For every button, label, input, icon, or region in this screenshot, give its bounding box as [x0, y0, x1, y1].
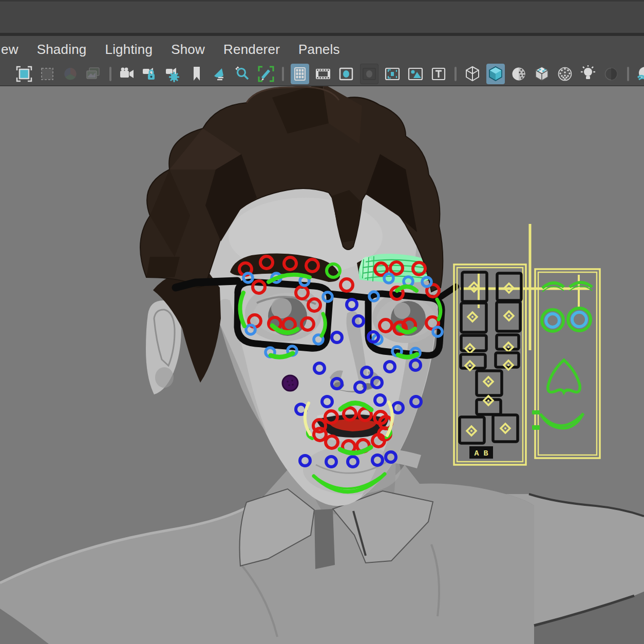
resolution-gate-icon[interactable] [383, 64, 402, 84]
picker-lip-dash[interactable] [532, 425, 540, 430]
viewport-sphere-icon[interactable] [636, 64, 644, 84]
flat-shade-icon[interactable] [509, 64, 528, 84]
rig-arc-green[interactable] [398, 354, 417, 357]
safe-title-icon[interactable] [337, 64, 355, 84]
frame-selected-icon[interactable] [15, 64, 33, 84]
select-camera-icon[interactable] [118, 64, 137, 84]
rig-disc-dot [288, 384, 290, 386]
picker-handle-dot [487, 381, 489, 383]
wireframe-icon[interactable] [463, 64, 482, 84]
left-eye-highlight [271, 298, 292, 318]
text-hud-icon[interactable] [429, 64, 448, 84]
toolbar-separator [454, 67, 457, 81]
picker-handle-dot [504, 427, 506, 429]
frame-all-icon[interactable] [38, 64, 56, 84]
bookmark-icon[interactable] [187, 64, 206, 84]
textured-icon[interactable] [533, 64, 551, 84]
ear-lobe-shadow [155, 367, 174, 388]
wireframe-on-shaded-icon[interactable] [556, 64, 574, 84]
rig-disc-body [282, 375, 298, 391]
panel-toolbar [0, 63, 644, 86]
picker-handle-dot [507, 364, 509, 366]
brow-control-cap [360, 257, 373, 279]
maya-window: { "menu_bar": { "items": [ {"label": "ew… [0, 0, 644, 644]
picker-glyphs: A B [474, 449, 488, 458]
window-top-strip [0, 0, 644, 34]
picker-handle-dot [508, 287, 510, 289]
picker-handle-dot [473, 286, 475, 288]
picker-handle-dot [471, 316, 473, 318]
pan-zoom-icon[interactable] [234, 64, 252, 84]
picker-handle-dot [470, 430, 472, 432]
tool-partial-icon[interactable] [0, 64, 10, 84]
menu-item-shading[interactable]: Shading [37, 42, 87, 58]
rig-disc-dot [287, 381, 289, 383]
grid-icon[interactable] [291, 64, 309, 84]
rig-disc-dot [292, 384, 294, 386]
menu-bar: ewShadingLightingShowRendererPanels [0, 36, 644, 63]
menu-item-lighting[interactable]: Lighting [105, 42, 153, 58]
lock-camera-icon[interactable] [141, 64, 160, 84]
right-eye-highlight [394, 302, 410, 319]
picker-handle-dot [469, 348, 471, 350]
rig-disc-purple[interactable] [282, 375, 298, 391]
menu-item-ew[interactable]: ew [1, 42, 18, 58]
color-wheel-icon[interactable] [61, 64, 80, 84]
shadows-icon[interactable] [602, 64, 620, 84]
isolate-select-icon[interactable] [211, 64, 229, 84]
image-plane-icon[interactable] [406, 64, 425, 84]
menu-item-show[interactable]: Show [171, 42, 205, 58]
viewport-3d[interactable]: A B [0, 86, 644, 644]
grease-pencil-icon[interactable] [257, 64, 275, 84]
toolbar-separator [282, 67, 284, 81]
toolbar-separator [109, 67, 111, 81]
picker-handle-dot [487, 400, 489, 402]
default-lighting-icon[interactable] [579, 64, 597, 84]
picker-handle-dot [469, 365, 471, 367]
toolbar-separator [627, 67, 629, 81]
menu-item-renderer[interactable]: Renderer [223, 42, 280, 58]
menu-item-panels[interactable]: Panels [298, 42, 340, 58]
camera-attributes-icon[interactable] [164, 64, 183, 84]
rig-disc-dot [291, 380, 293, 382]
picker-lip-dash[interactable] [532, 410, 540, 414]
smooth-shade-icon[interactable] [486, 64, 505, 84]
collar-gap [314, 509, 335, 569]
picker-handle-dot [508, 315, 510, 317]
film-gate-icon[interactable] [314, 64, 332, 84]
image-stack-icon[interactable] [84, 64, 103, 84]
picker-handle-dot [507, 346, 509, 348]
gate-mask-icon[interactable] [360, 64, 378, 84]
